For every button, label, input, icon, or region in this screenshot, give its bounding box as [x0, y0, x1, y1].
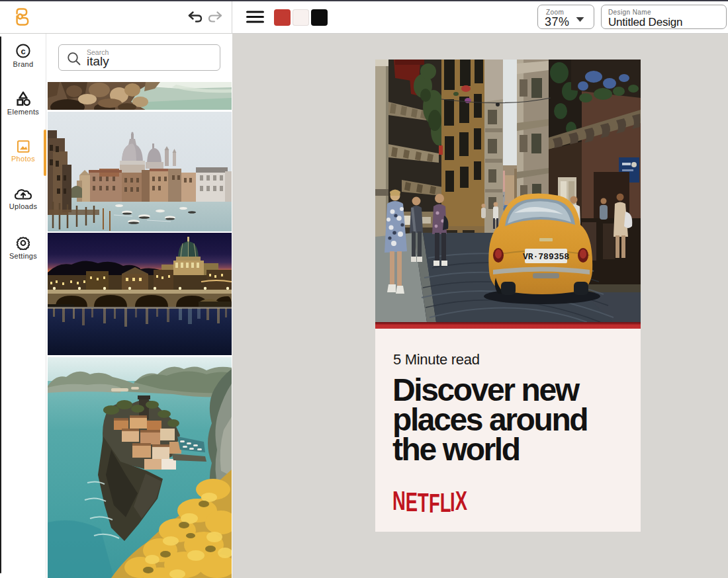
svg-text:N: N	[392, 489, 406, 515]
svg-text:T: T	[418, 489, 429, 515]
svg-text:L: L	[440, 489, 451, 515]
svg-text:F: F	[429, 489, 440, 515]
svg-text:X: X	[455, 489, 467, 515]
svg-text:I: I	[450, 489, 455, 515]
svg-text:c: c	[21, 46, 25, 56]
svg-text:E: E	[406, 489, 418, 515]
